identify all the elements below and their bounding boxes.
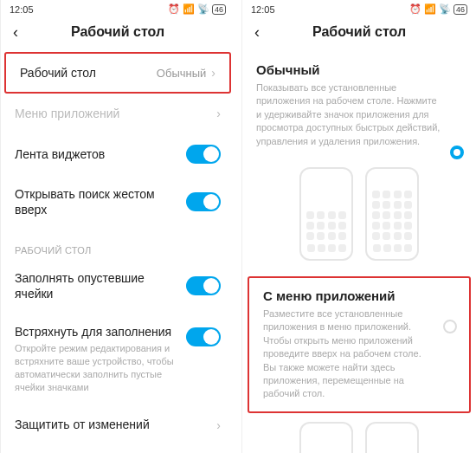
status-time: 12:05 bbox=[251, 4, 275, 15]
wifi-icon: 📡 bbox=[197, 3, 209, 15]
settings-list: Рабочий стол Обычный › Меню приложений ›… bbox=[1, 52, 235, 453]
row-label: Открывать поиск жестом вверх bbox=[15, 186, 186, 217]
phone-preview-icon bbox=[365, 167, 419, 261]
row-label: Защитить от изменений bbox=[15, 417, 216, 432]
battery-icon: 46 bbox=[453, 4, 467, 15]
option-description: Показывать все установленные приложения … bbox=[256, 81, 462, 148]
toggle-on-icon[interactable] bbox=[186, 327, 221, 346]
phone-preview-icon bbox=[299, 167, 353, 261]
phone-preview-icon bbox=[365, 422, 419, 453]
alarm-icon: ⏰ bbox=[168, 3, 180, 15]
row-value: Обычный bbox=[157, 67, 206, 80]
chevron-right-icon: › bbox=[216, 107, 221, 120]
signal-icon: 📶 bbox=[183, 3, 195, 15]
status-time: 12:05 bbox=[10, 4, 34, 15]
header: ‹ Рабочий стол bbox=[242, 16, 476, 52]
shake-to-fill-row[interactable]: Встряхнуть для заполнения Откройте режим… bbox=[1, 313, 235, 405]
wifi-icon: 📡 bbox=[439, 3, 451, 15]
row-label: Встряхнуть для заполнения bbox=[15, 324, 186, 340]
toggle-on-icon[interactable] bbox=[186, 145, 221, 164]
status-bar: 12:05 ⏰ 📶 📡 46 bbox=[1, 0, 235, 16]
phone-preview-icon bbox=[299, 422, 353, 453]
row-label: Заполнять опустевшие ячейки bbox=[15, 270, 186, 301]
header: ‹ Рабочий стол bbox=[1, 16, 235, 52]
fill-empty-cells-row[interactable]: Заполнять опустевшие ячейки bbox=[1, 259, 235, 313]
page-title: Рабочий стол bbox=[254, 24, 464, 40]
mode-options: Обычный Показывать все установленные при… bbox=[242, 52, 476, 453]
page-title: Рабочий стол bbox=[13, 24, 222, 40]
chevron-right-icon: › bbox=[211, 66, 215, 80]
lock-layout-row[interactable]: Защитить от изменений › bbox=[1, 405, 235, 445]
status-icons: ⏰ 📶 📡 46 bbox=[168, 3, 226, 15]
status-icons: ⏰ 📶 📡 46 bbox=[409, 3, 467, 15]
open-search-gesture-row[interactable]: Открывать поиск жестом вверх bbox=[1, 175, 235, 229]
preview-app-drawer bbox=[242, 413, 476, 453]
settings-screen-right: 12:05 ⏰ 📶 📡 46 ‹ Рабочий стол Обычный По… bbox=[241, 0, 476, 453]
option-title: Обычный bbox=[256, 62, 462, 77]
toggle-on-icon[interactable] bbox=[186, 192, 221, 211]
option-description: Разместите все установленные приложения … bbox=[263, 307, 455, 401]
radio-selected-icon[interactable] bbox=[450, 146, 464, 159]
option-app-drawer[interactable]: С меню приложений Разместите все установ… bbox=[248, 276, 471, 413]
row-label: Лента виджетов bbox=[15, 146, 186, 162]
alarm-icon: ⏰ bbox=[409, 3, 421, 15]
settings-screen-left: 12:05 ⏰ 📶 📡 46 ‹ Рабочий стол Рабочий ст… bbox=[0, 0, 235, 453]
option-classic[interactable]: Обычный Показывать все установленные при… bbox=[242, 52, 476, 159]
home-screen-mode-row[interactable]: Рабочий стол Обычный › bbox=[4, 52, 231, 94]
app-menu-row: Меню приложений › bbox=[1, 94, 235, 133]
status-bar: 12:05 ⏰ 📶 📡 46 bbox=[242, 0, 476, 16]
widget-feed-row[interactable]: Лента виджетов bbox=[1, 133, 235, 175]
battery-icon: 46 bbox=[212, 4, 226, 15]
row-description: Откройте режим редактирования и встряхни… bbox=[15, 342, 186, 393]
section-header: РАБОЧИЙ СТОЛ bbox=[1, 230, 235, 259]
signal-icon: 📶 bbox=[424, 3, 436, 15]
preview-classic bbox=[242, 159, 476, 276]
row-label: Рабочий стол bbox=[20, 65, 157, 81]
row-label: Меню приложений bbox=[15, 106, 216, 121]
toggle-on-icon[interactable] bbox=[186, 276, 221, 295]
option-title: С меню приложений bbox=[263, 288, 455, 303]
radio-unselected-icon[interactable] bbox=[443, 320, 457, 333]
chevron-right-icon: › bbox=[216, 418, 221, 432]
icon-size-row[interactable]: Размер значков › bbox=[1, 445, 235, 454]
